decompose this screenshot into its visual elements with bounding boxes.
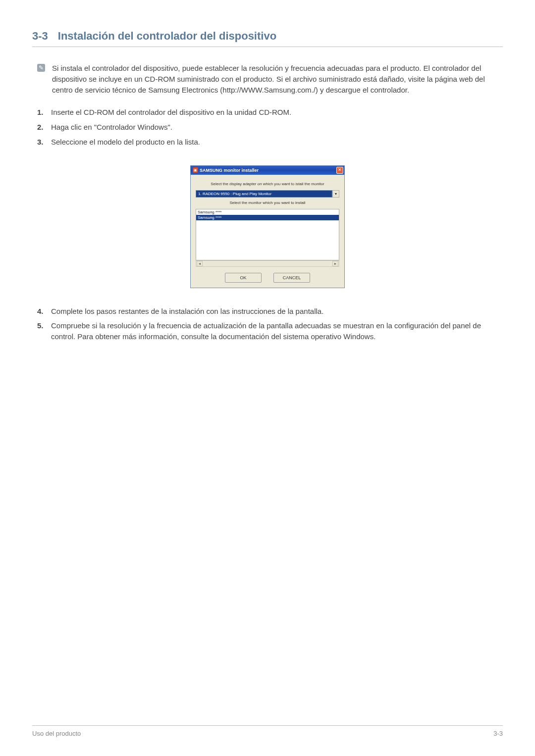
section-heading: 3-3 Instalación del controlador del disp…: [32, 30, 503, 43]
window-title: SAMSUNG monitor installer: [200, 168, 259, 173]
step-4: 4.Complete los pasos restantes de la ins…: [37, 306, 503, 317]
divider: [32, 47, 503, 47]
step-2: 2.Haga clic en "Controlador Windows".: [37, 122, 503, 133]
cancel-button[interactable]: CANCEL: [273, 273, 310, 283]
list-item[interactable]: Samsung ****: [196, 209, 339, 215]
step-3: 3.Seleccione el modelo del producto en l…: [37, 137, 503, 148]
app-icon: ▣: [193, 167, 198, 173]
monitor-listbox[interactable]: Samsung **** Samsung ****: [196, 209, 339, 260]
close-icon[interactable]: ✕: [336, 167, 343, 174]
installer-dialog: ▣ SAMSUNG monitor installer ✕ Select the…: [190, 165, 345, 288]
step-5: 5.Compruebe si la resolución y la frecue…: [37, 320, 503, 342]
section-number: 3-3: [32, 30, 48, 43]
monitor-label: Select the monitor which you want to ins…: [196, 201, 339, 205]
adapter-label: Select the display adapter on which you …: [196, 182, 339, 186]
horizontal-scrollbar[interactable]: ◄ ►: [196, 260, 339, 267]
list-item[interactable]: Samsung ****: [196, 215, 339, 220]
ok-button[interactable]: OK: [225, 273, 262, 283]
adapter-select[interactable]: 1. RADEON 9550 : Plug and Play Monitor ▼: [196, 190, 339, 198]
adapter-value: 1. RADEON 9550 : Plug and Play Monitor: [196, 190, 332, 198]
section-title: Instalación del controlador del disposit…: [58, 30, 276, 43]
chevron-down-icon[interactable]: ▼: [332, 190, 339, 198]
info-icon: ✎: [37, 64, 45, 72]
scroll-left-icon[interactable]: ◄: [197, 261, 203, 266]
step-1: 1.Inserte el CD-ROM del controlador del …: [37, 107, 503, 118]
note-block: ✎ Si instala el controlador del disposit…: [32, 63, 503, 95]
page-footer: Uso del producto 3-3: [32, 725, 503, 737]
titlebar: ▣ SAMSUNG monitor installer ✕: [191, 166, 344, 175]
scroll-right-icon[interactable]: ►: [332, 261, 338, 266]
footer-left: Uso del producto: [32, 730, 81, 737]
footer-right: 3-3: [493, 730, 503, 737]
steps-list: 1.Inserte el CD-ROM del controlador del …: [32, 107, 503, 147]
steps-list-cont: 4.Complete los pasos restantes de la ins…: [32, 306, 503, 342]
note-text: Si instala el controlador del dispositiv…: [52, 63, 503, 95]
